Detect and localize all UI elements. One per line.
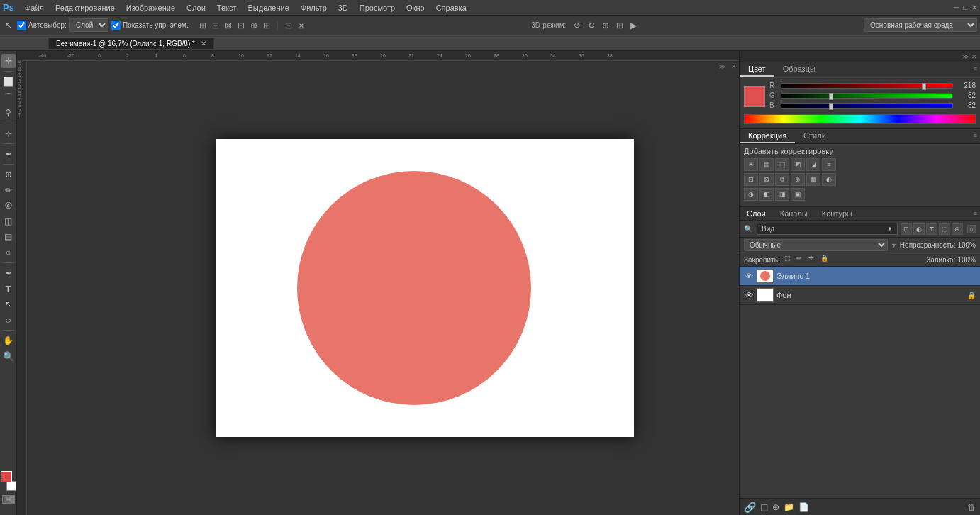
threshold-icon[interactable]: ◧ (759, 188, 774, 201)
brightness-icon[interactable]: ☀ (744, 158, 758, 171)
align-right-icon[interactable]: ⊠ (223, 21, 234, 31)
eyedropper-tool[interactable]: ✒ (1, 147, 16, 161)
current-color-swatch[interactable] (744, 86, 765, 107)
filter-text-icon[interactable]: T (926, 223, 937, 235)
distribute-h-icon[interactable]: ⊟ (283, 21, 294, 31)
layers-search-dropdown[interactable]: Вид ▼ (757, 223, 898, 235)
b-slider-track[interactable] (781, 103, 953, 109)
healing-tool[interactable]: ⊕ (1, 167, 16, 182)
zoom-tool[interactable]: 🔍 (1, 349, 16, 363)
blend-mode-select[interactable]: Обычные (744, 239, 888, 251)
photoshop-canvas[interactable] (216, 139, 634, 437)
lock-all-icon[interactable]: 🔒 (820, 255, 830, 265)
align-center-h-icon[interactable]: ⊟ (210, 21, 221, 31)
3d-icon-5[interactable]: ▶ (628, 21, 639, 31)
tab-close-btn[interactable]: ✕ (201, 40, 206, 48)
pen-tool[interactable]: ✒ (1, 266, 16, 280)
invert-icon[interactable]: ◐ (822, 173, 836, 186)
color-lookup-icon[interactable]: ▦ (806, 173, 820, 186)
add-mask-btn[interactable]: ⊕ (772, 502, 779, 512)
menu-filter[interactable]: Фильтр (296, 2, 332, 13)
marquee-tool[interactable]: ⬜ (1, 74, 16, 89)
panel-close-btn[interactable]: ✕ (971, 53, 977, 60)
gradient-map-icon[interactable]: ◨ (775, 188, 789, 201)
clone-tool[interactable]: ✆ (1, 199, 16, 213)
quick-select-tool[interactable]: ⚲ (1, 106, 16, 120)
move-tool[interactable]: ✛ (1, 54, 16, 68)
filter-toggle-btn[interactable]: ○ (967, 225, 976, 233)
layers-panel-menu[interactable]: ≡ (971, 207, 980, 220)
minimize-btn[interactable]: ─ (954, 4, 959, 11)
new-group-btn[interactable]: 📁 (784, 502, 794, 512)
lock-move-icon[interactable]: ✛ (808, 255, 818, 265)
lock-pixels-icon[interactable]: ⬚ (784, 255, 794, 265)
menu-layers[interactable]: Слои (182, 2, 211, 13)
levels-icon[interactable]: ▤ (759, 158, 774, 171)
posterize-icon[interactable]: ◑ (744, 188, 758, 201)
brush-tool[interactable]: ✏ (1, 183, 16, 197)
align-bottom-icon[interactable]: ⊞ (261, 21, 272, 31)
color-balance-icon[interactable]: ⊡ (744, 173, 758, 186)
curves-icon[interactable]: ⬚ (775, 158, 789, 171)
text-tool[interactable]: T (1, 282, 16, 296)
samples-tab[interactable]: Образцы (774, 62, 824, 77)
filter-pixel-icon[interactable]: ⊡ (901, 223, 912, 235)
close-btn[interactable]: ✕ (971, 4, 977, 11)
lasso-tool[interactable]: ⌒ (1, 90, 16, 104)
distribute-v-icon[interactable]: ⊠ (296, 21, 307, 31)
canvas-area[interactable]: ≫ ✕ (27, 61, 739, 515)
3d-icon-3[interactable]: ⊕ (600, 21, 611, 31)
align-center-v-icon[interactable]: ⊕ (248, 21, 260, 31)
new-layer-btn[interactable]: 📄 (798, 502, 809, 512)
gradient-tool[interactable]: ▤ (1, 230, 16, 244)
blend-mode-arrow[interactable]: ▼ (891, 242, 897, 249)
link-layers-btn[interactable]: 🔗 (744, 502, 756, 513)
workspace-dropdown[interactable]: Основная рабочая среда (864, 18, 977, 32)
menu-text[interactable]: Текст (212, 2, 242, 13)
crop-tool[interactable]: ⊹ (1, 126, 16, 140)
maximize-btn[interactable]: □ (963, 4, 967, 11)
color-tab[interactable]: Цвет (740, 62, 774, 77)
auto-select-checkbox[interactable] (17, 21, 26, 30)
g-slider-track[interactable] (781, 93, 953, 99)
menu-3d[interactable]: 3D (333, 2, 353, 13)
ellipse-tool[interactable]: ○ (1, 313, 16, 327)
align-top-icon[interactable]: ⊡ (235, 21, 247, 31)
selective-color-icon[interactable]: ▣ (791, 188, 805, 201)
filter-adjust-icon[interactable]: ◐ (913, 223, 925, 235)
add-style-btn[interactable]: ◫ (760, 502, 768, 512)
search-dropdown-arrow[interactable]: ▼ (887, 226, 893, 232)
filter-smart-icon[interactable]: ⊕ (952, 223, 963, 235)
color-spectrum[interactable] (744, 114, 976, 124)
hue-sat-icon[interactable]: ≡ (822, 158, 836, 171)
fill-value[interactable]: 100% (957, 256, 976, 264)
r-slider-track[interactable] (781, 83, 953, 89)
menu-file[interactable]: Файл (20, 2, 49, 13)
menu-edit[interactable]: Редактирование (50, 2, 120, 13)
b-slider-thumb[interactable] (829, 103, 833, 110)
auto-select-dropdown[interactable]: Слой (69, 18, 108, 32)
3d-icon-1[interactable]: ↺ (572, 21, 583, 31)
background-color-swatch[interactable] (6, 481, 16, 491)
channel-mix-icon[interactable]: ⊕ (791, 173, 805, 186)
layer-eye-bg[interactable]: 👁 (744, 290, 754, 300)
photo-filter-icon[interactable]: ⧉ (775, 173, 789, 186)
align-left-icon[interactable]: ⊞ (197, 21, 208, 31)
show-transform-checkbox[interactable] (111, 21, 121, 30)
vibrance-icon[interactable]: ◢ (806, 158, 820, 171)
layer-eye-ellipse[interactable]: 👁 (744, 271, 754, 281)
collapse-btn[interactable]: ≫ (717, 62, 728, 71)
color-panel-menu[interactable]: ≡ (971, 62, 980, 77)
3d-icon-4[interactable]: ⊞ (614, 21, 625, 31)
close-panel-btn[interactable]: ✕ (729, 62, 739, 71)
lock-position-icon[interactable]: ✏ (796, 255, 806, 265)
path-select-tool[interactable]: ↖ (1, 297, 16, 311)
g-slider-thumb[interactable] (829, 93, 833, 100)
menu-select[interactable]: Выделение (243, 2, 294, 13)
delete-layer-btn[interactable]: 🗑 (967, 502, 976, 512)
foreground-color-swatch[interactable] (1, 471, 12, 482)
quick-mask-btn[interactable]: ⊡ (2, 495, 15, 504)
paths-tab[interactable]: Контуры (815, 207, 859, 220)
correction-tab[interactable]: Коррекция (740, 129, 795, 143)
menu-window[interactable]: Окно (401, 2, 430, 13)
